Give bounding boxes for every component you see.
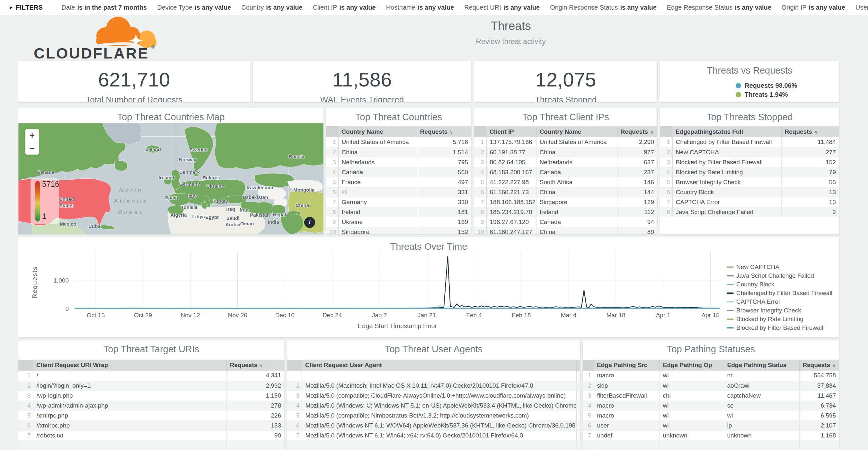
index-column-header [326, 126, 338, 137]
table-row[interactable]: 4/wp-admin/admin-ajax.php278 [18, 400, 284, 411]
table-row[interactable]: 7Mozilla/5.0 (Windows NT 6.1; Win64; x64… [287, 430, 580, 440]
table-row[interactable]: 6∅331 [326, 187, 471, 197]
table-row[interactable]: 2/login/?login_only=12,992 [18, 381, 284, 391]
column-header: Country Name [338, 126, 417, 137]
cell: 13 [781, 197, 839, 207]
table-row[interactable]: 1Challenged by Filter Based Firewall11,4… [660, 137, 839, 147]
cell: 80.82.64.105 [486, 157, 536, 167]
cell: wl [659, 370, 724, 381]
table-row[interactable]: 10Singapore152 [326, 227, 471, 234]
column-header[interactable]: Requests∨ [417, 126, 471, 137]
table-row[interactable]: 7/robots.txt90 [18, 430, 284, 440]
filter-item[interactable]: Client IPis any value [313, 4, 376, 11]
chart-legend-item[interactable]: Browser Integrity Check [727, 306, 832, 315]
table-row[interactable]: 2New CAPTCHA277 [660, 147, 839, 157]
table-row[interactable]: 3Blocked by Filter Based Firewall152 [660, 157, 839, 167]
table-row[interactable]: 3Mozilla/5.0 (compatible; CloudFlare-Alw… [287, 391, 580, 400]
table-row[interactable]: 1macrowlnr554,758 [583, 370, 839, 381]
table-row[interactable]: 6Country Block13 [660, 187, 839, 197]
stat-value: 12,075 [474, 68, 657, 91]
info-icon[interactable]: i [304, 217, 315, 228]
table-row[interactable]: 1137.175.79.166United States of America2… [474, 137, 657, 147]
table-row[interactable]: 380.82.64.105Netherlands637 [474, 157, 657, 167]
table-row[interactable]: 6userwlip2,107 [583, 420, 839, 430]
table-row[interactable]: 2skipwlaoCrawl37,834 [583, 381, 839, 391]
map-zoom-control: + − [25, 129, 39, 155]
map-canvas [18, 123, 323, 234]
table-row[interactable]: 1061.160.247.127China89 [474, 227, 657, 234]
cell: CAPTCHA Error [672, 197, 781, 207]
table-row[interactable]: 2China1,514 [326, 147, 471, 157]
table-row[interactable]: 5Mozilla/5.0 (compatible; Nimbostratus-B… [287, 411, 580, 420]
cell: 133 [226, 420, 284, 430]
zoom-out-button[interactable]: − [25, 142, 39, 155]
zoom-in-button[interactable]: + [25, 129, 39, 142]
table-row[interactable] [287, 440, 580, 450]
table-row[interactable]: 8Java Script Challenge Failed2 [660, 207, 839, 217]
chart-legend-item[interactable]: New CAPTCHA [727, 263, 832, 271]
table-row[interactable] [583, 440, 839, 450]
stat-card-waf-events: 11,586 WAF Events Triggered [253, 61, 471, 102]
table-row[interactable]: 541.222.227.98South Africa146 [474, 177, 657, 187]
table-row[interactable]: 4macrowlse6,734 [583, 400, 839, 411]
chart-title: Threats Over Time [18, 241, 839, 252]
filter-item[interactable]: Request URIis any value [464, 4, 540, 11]
filter-item[interactable]: Hostnameis any value [386, 4, 454, 11]
chart-legend-item[interactable]: Blocked by Filter Based Firewall [727, 323, 832, 332]
table-row[interactable]: 7undefunknownunknown1,168 [583, 430, 839, 440]
table-row[interactable]: 2Mozilla/5.0 (Macintosh; Intel Mac OS X … [287, 381, 580, 391]
filter-item[interactable]: Countryis any value [241, 4, 302, 11]
cell: 198.27.67.120 [486, 217, 536, 227]
table-row[interactable] [287, 370, 580, 381]
column-header[interactable]: Requests∨ [781, 126, 839, 137]
cell [659, 440, 724, 450]
column-header[interactable]: Requests∨ [226, 360, 284, 370]
table-row[interactable]: 7CAPTCHA Error13 [660, 197, 839, 207]
chart-legend-item[interactable]: Java Script Challenge Failed [727, 271, 832, 280]
table-row[interactable]: 7Germany330 [326, 197, 471, 207]
table-row[interactable]: 1/4,341 [18, 370, 284, 381]
filter-item[interactable]: Device Typeis any value [157, 4, 231, 11]
card-title: Top Threat User Agents [287, 340, 580, 355]
table-row[interactable]: 9Ukraine169 [326, 217, 471, 227]
table-row[interactable]: 7188.166.188.152Singapore129 [474, 197, 657, 207]
table-row[interactable]: 4Blocked by Rate Limiting79 [660, 167, 839, 177]
table-row[interactable]: 5/xmlrpc.php226 [18, 411, 284, 420]
legend-label: Requests 98.06% [745, 82, 797, 89]
cell: 237 [617, 167, 657, 177]
column-header[interactable]: Requests∨ [799, 360, 839, 370]
table-row[interactable]: 4Mozilla/5.0 (Windows; U; Windows NT 5.1… [287, 400, 580, 411]
table-row[interactable]: 661.160.221.73China144 [474, 187, 657, 197]
table-row[interactable]: 5macrowlwl6,595 [583, 411, 839, 420]
cell: South Africa [536, 177, 617, 187]
table-row[interactable]: 9198.27.67.120Canada94 [474, 217, 657, 227]
chart-legend-item[interactable]: CAPTCHA Error [727, 297, 832, 306]
table-row[interactable]: 260.191.38.77China977 [474, 147, 657, 157]
table-row[interactable]: 8Ireland181 [326, 207, 471, 217]
table-row[interactable]: 3/wp-login.php1,150 [18, 391, 284, 400]
filters-toggle[interactable]: ▶ FILTERS [10, 4, 43, 11]
table-row[interactable]: 6Mozilla/5.0 (Windows NT 6.1; WOW64) App… [287, 420, 580, 430]
filter-item[interactable]: Edge Response Statusis any value [667, 4, 771, 11]
world-map[interactable]: CanadaUnited StatesMexicoCubaIcelandIrel… [18, 123, 323, 234]
table-row[interactable]: 1United States of America5,716 [326, 137, 471, 147]
chart-legend-item[interactable]: Country Block [727, 280, 832, 289]
chart-legend-item[interactable]: Challenged by Filter Based Firewall [727, 289, 832, 297]
column-header[interactable]: Requests∨ [617, 126, 657, 137]
table-row[interactable]: 6//xmlrpc.php133 [18, 420, 284, 430]
table-row[interactable]: 8185.234.219.70Ireland112 [474, 207, 657, 217]
table-row[interactable]: 3Netherlands795 [326, 157, 471, 167]
table-row[interactable]: 3filterBasedFirewallchlcaptchaNew11,467 [583, 391, 839, 400]
row-index: 2 [287, 381, 302, 391]
chart-legend-item[interactable]: Blocked by Rate Limiting [727, 315, 832, 323]
cell: Canada [536, 167, 617, 177]
table-row[interactable]: 5France497 [326, 177, 471, 187]
table-row[interactable]: 5Browser Integrity Check55 [660, 177, 839, 187]
table-row[interactable]: 468.183.200.167Canada237 [474, 167, 657, 177]
filter-item[interactable]: User Agentis any value [856, 4, 868, 11]
filter-item[interactable]: Dateis in the past 7 months [61, 4, 147, 11]
filter-item[interactable]: Origin Response Statusis any value [550, 4, 657, 11]
filter-item[interactable]: Origin IPis any value [782, 4, 845, 11]
table-row[interactable] [18, 440, 284, 450]
table-row[interactable]: 4Canada560 [326, 167, 471, 177]
